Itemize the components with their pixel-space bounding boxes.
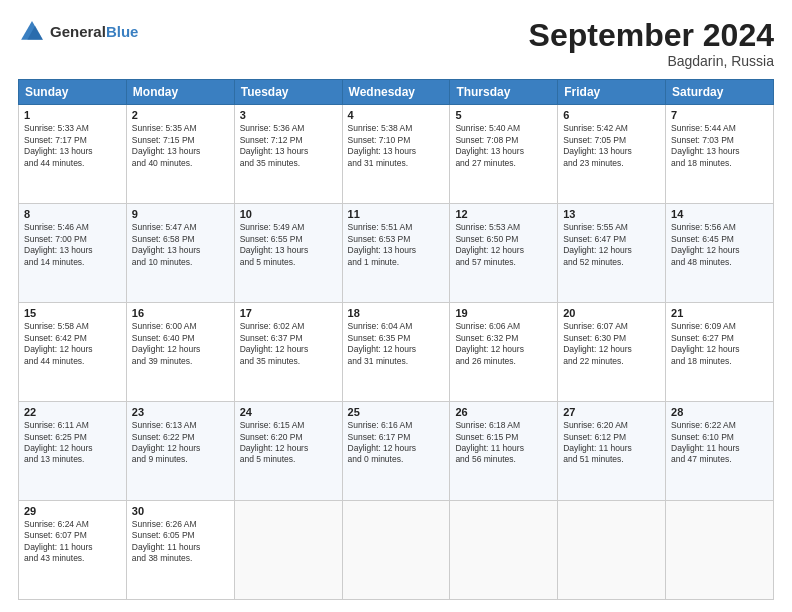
day-number: 1 bbox=[24, 109, 121, 121]
calendar-table: SundayMondayTuesdayWednesdayThursdayFrid… bbox=[18, 79, 774, 600]
calendar-cell: 8Sunrise: 5:46 AMSunset: 7:00 PMDaylight… bbox=[19, 204, 127, 303]
day-number: 8 bbox=[24, 208, 121, 220]
cell-text: Sunrise: 5:46 AMSunset: 7:00 PMDaylight:… bbox=[24, 222, 121, 268]
cell-text: Sunrise: 5:47 AMSunset: 6:58 PMDaylight:… bbox=[132, 222, 229, 268]
cell-text: Sunrise: 6:22 AMSunset: 6:10 PMDaylight:… bbox=[671, 420, 768, 466]
calendar-cell bbox=[234, 501, 342, 600]
calendar-cell: 3Sunrise: 5:36 AMSunset: 7:12 PMDaylight… bbox=[234, 105, 342, 204]
day-number: 20 bbox=[563, 307, 660, 319]
calendar-cell: 6Sunrise: 5:42 AMSunset: 7:05 PMDaylight… bbox=[558, 105, 666, 204]
calendar-cell: 29Sunrise: 6:24 AMSunset: 6:07 PMDayligh… bbox=[19, 501, 127, 600]
calendar-cell: 23Sunrise: 6:13 AMSunset: 6:22 PMDayligh… bbox=[126, 402, 234, 501]
day-number: 14 bbox=[671, 208, 768, 220]
weekday-header-thursday: Thursday bbox=[450, 80, 558, 105]
calendar-cell bbox=[450, 501, 558, 600]
cell-text: Sunrise: 6:09 AMSunset: 6:27 PMDaylight:… bbox=[671, 321, 768, 367]
calendar-cell bbox=[558, 501, 666, 600]
day-number: 19 bbox=[455, 307, 552, 319]
day-number: 21 bbox=[671, 307, 768, 319]
cell-text: Sunrise: 5:33 AMSunset: 7:17 PMDaylight:… bbox=[24, 123, 121, 169]
week-row-3: 15Sunrise: 5:58 AMSunset: 6:42 PMDayligh… bbox=[19, 303, 774, 402]
cell-text: Sunrise: 6:11 AMSunset: 6:25 PMDaylight:… bbox=[24, 420, 121, 466]
week-row-1: 1Sunrise: 5:33 AMSunset: 7:17 PMDaylight… bbox=[19, 105, 774, 204]
calendar-cell: 13Sunrise: 5:55 AMSunset: 6:47 PMDayligh… bbox=[558, 204, 666, 303]
calendar-cell: 21Sunrise: 6:09 AMSunset: 6:27 PMDayligh… bbox=[666, 303, 774, 402]
day-number: 7 bbox=[671, 109, 768, 121]
weekday-header-monday: Monday bbox=[126, 80, 234, 105]
cell-text: Sunrise: 5:49 AMSunset: 6:55 PMDaylight:… bbox=[240, 222, 337, 268]
month-title: September 2024 bbox=[529, 18, 774, 53]
cell-text: Sunrise: 6:15 AMSunset: 6:20 PMDaylight:… bbox=[240, 420, 337, 466]
calendar-cell: 2Sunrise: 5:35 AMSunset: 7:15 PMDaylight… bbox=[126, 105, 234, 204]
weekday-header-sunday: Sunday bbox=[19, 80, 127, 105]
day-number: 17 bbox=[240, 307, 337, 319]
weekday-header-friday: Friday bbox=[558, 80, 666, 105]
cell-text: Sunrise: 6:18 AMSunset: 6:15 PMDaylight:… bbox=[455, 420, 552, 466]
logo-general: GeneralBlue bbox=[50, 23, 138, 41]
calendar-cell: 17Sunrise: 6:02 AMSunset: 6:37 PMDayligh… bbox=[234, 303, 342, 402]
day-number: 22 bbox=[24, 406, 121, 418]
cell-text: Sunrise: 6:16 AMSunset: 6:17 PMDaylight:… bbox=[348, 420, 445, 466]
logo-icon bbox=[18, 18, 46, 46]
calendar-cell: 20Sunrise: 6:07 AMSunset: 6:30 PMDayligh… bbox=[558, 303, 666, 402]
cell-text: Sunrise: 6:20 AMSunset: 6:12 PMDaylight:… bbox=[563, 420, 660, 466]
weekday-header-tuesday: Tuesday bbox=[234, 80, 342, 105]
cell-text: Sunrise: 6:04 AMSunset: 6:35 PMDaylight:… bbox=[348, 321, 445, 367]
calendar-cell: 1Sunrise: 5:33 AMSunset: 7:17 PMDaylight… bbox=[19, 105, 127, 204]
calendar-cell bbox=[342, 501, 450, 600]
day-number: 13 bbox=[563, 208, 660, 220]
logo: GeneralBlue bbox=[18, 18, 138, 46]
day-number: 24 bbox=[240, 406, 337, 418]
cell-text: Sunrise: 5:42 AMSunset: 7:05 PMDaylight:… bbox=[563, 123, 660, 169]
week-row-5: 29Sunrise: 6:24 AMSunset: 6:07 PMDayligh… bbox=[19, 501, 774, 600]
cell-text: Sunrise: 5:35 AMSunset: 7:15 PMDaylight:… bbox=[132, 123, 229, 169]
day-number: 18 bbox=[348, 307, 445, 319]
cell-text: Sunrise: 5:56 AMSunset: 6:45 PMDaylight:… bbox=[671, 222, 768, 268]
day-number: 23 bbox=[132, 406, 229, 418]
calendar-cell: 9Sunrise: 5:47 AMSunset: 6:58 PMDaylight… bbox=[126, 204, 234, 303]
cell-text: Sunrise: 6:07 AMSunset: 6:30 PMDaylight:… bbox=[563, 321, 660, 367]
calendar-cell: 25Sunrise: 6:16 AMSunset: 6:17 PMDayligh… bbox=[342, 402, 450, 501]
weekday-header-saturday: Saturday bbox=[666, 80, 774, 105]
cell-text: Sunrise: 5:36 AMSunset: 7:12 PMDaylight:… bbox=[240, 123, 337, 169]
calendar-cell: 19Sunrise: 6:06 AMSunset: 6:32 PMDayligh… bbox=[450, 303, 558, 402]
day-number: 3 bbox=[240, 109, 337, 121]
day-number: 5 bbox=[455, 109, 552, 121]
cell-text: Sunrise: 5:58 AMSunset: 6:42 PMDaylight:… bbox=[24, 321, 121, 367]
calendar-cell: 16Sunrise: 6:00 AMSunset: 6:40 PMDayligh… bbox=[126, 303, 234, 402]
header: GeneralBlue September 2024 Bagdarin, Rus… bbox=[18, 18, 774, 69]
day-number: 25 bbox=[348, 406, 445, 418]
calendar-cell: 14Sunrise: 5:56 AMSunset: 6:45 PMDayligh… bbox=[666, 204, 774, 303]
calendar-cell: 7Sunrise: 5:44 AMSunset: 7:03 PMDaylight… bbox=[666, 105, 774, 204]
calendar-cell: 28Sunrise: 6:22 AMSunset: 6:10 PMDayligh… bbox=[666, 402, 774, 501]
calendar-cell: 18Sunrise: 6:04 AMSunset: 6:35 PMDayligh… bbox=[342, 303, 450, 402]
calendar-cell: 22Sunrise: 6:11 AMSunset: 6:25 PMDayligh… bbox=[19, 402, 127, 501]
weekday-header-wednesday: Wednesday bbox=[342, 80, 450, 105]
day-number: 10 bbox=[240, 208, 337, 220]
calendar-cell: 24Sunrise: 6:15 AMSunset: 6:20 PMDayligh… bbox=[234, 402, 342, 501]
day-number: 28 bbox=[671, 406, 768, 418]
cell-text: Sunrise: 6:02 AMSunset: 6:37 PMDaylight:… bbox=[240, 321, 337, 367]
calendar-cell: 10Sunrise: 5:49 AMSunset: 6:55 PMDayligh… bbox=[234, 204, 342, 303]
day-number: 4 bbox=[348, 109, 445, 121]
calendar-cell: 12Sunrise: 5:53 AMSunset: 6:50 PMDayligh… bbox=[450, 204, 558, 303]
title-block: September 2024 Bagdarin, Russia bbox=[529, 18, 774, 69]
cell-text: Sunrise: 6:06 AMSunset: 6:32 PMDaylight:… bbox=[455, 321, 552, 367]
day-number: 9 bbox=[132, 208, 229, 220]
day-number: 12 bbox=[455, 208, 552, 220]
calendar-cell: 15Sunrise: 5:58 AMSunset: 6:42 PMDayligh… bbox=[19, 303, 127, 402]
day-number: 30 bbox=[132, 505, 229, 517]
cell-text: Sunrise: 6:13 AMSunset: 6:22 PMDaylight:… bbox=[132, 420, 229, 466]
week-row-2: 8Sunrise: 5:46 AMSunset: 7:00 PMDaylight… bbox=[19, 204, 774, 303]
calendar-cell: 4Sunrise: 5:38 AMSunset: 7:10 PMDaylight… bbox=[342, 105, 450, 204]
day-number: 15 bbox=[24, 307, 121, 319]
calendar-cell: 11Sunrise: 5:51 AMSunset: 6:53 PMDayligh… bbox=[342, 204, 450, 303]
week-row-4: 22Sunrise: 6:11 AMSunset: 6:25 PMDayligh… bbox=[19, 402, 774, 501]
day-number: 6 bbox=[563, 109, 660, 121]
day-number: 27 bbox=[563, 406, 660, 418]
day-number: 2 bbox=[132, 109, 229, 121]
day-number: 11 bbox=[348, 208, 445, 220]
calendar-cell: 30Sunrise: 6:26 AMSunset: 6:05 PMDayligh… bbox=[126, 501, 234, 600]
cell-text: Sunrise: 6:00 AMSunset: 6:40 PMDaylight:… bbox=[132, 321, 229, 367]
cell-text: Sunrise: 5:44 AMSunset: 7:03 PMDaylight:… bbox=[671, 123, 768, 169]
